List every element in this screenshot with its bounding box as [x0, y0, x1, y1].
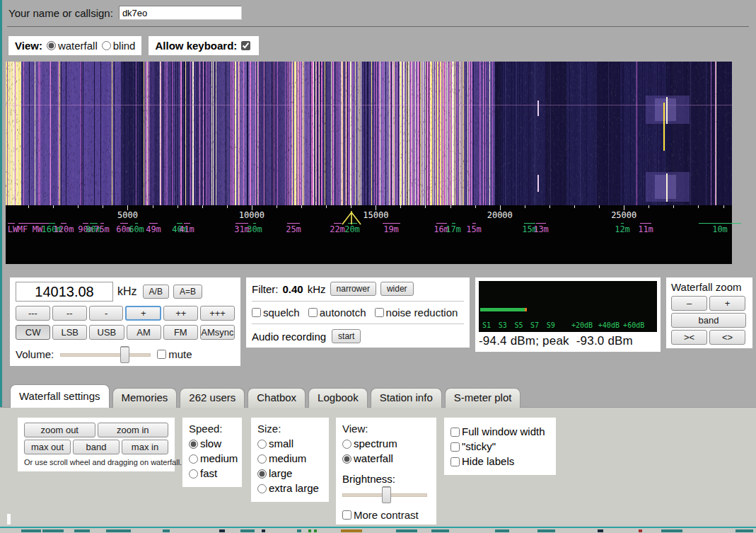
- band-label[interactable]: LW: [8, 225, 18, 234]
- band-label[interactable]: 19m: [383, 225, 399, 234]
- band-label[interactable]: 15m: [466, 225, 482, 234]
- wf-band-button[interactable]: band: [671, 313, 746, 328]
- band-label[interactable]: 10m: [712, 225, 728, 234]
- band-label[interactable]: 12m: [615, 225, 630, 234]
- tab-logbook[interactable]: Logbook: [308, 388, 368, 408]
- autonotch-checkbox[interactable]: [308, 308, 318, 317]
- mute-option[interactable]: mute: [157, 348, 192, 360]
- band-label[interactable]: 75m: [94, 225, 110, 234]
- hide-labels-checkbox[interactable]: [450, 457, 460, 466]
- more-contrast-option[interactable]: More contrast: [342, 509, 419, 521]
- band-label[interactable]: MF: [18, 225, 28, 234]
- speed-medium-option[interactable]: medium: [189, 452, 235, 464]
- smeter-scale-label: +40dB: [598, 321, 620, 329]
- hide-labels-option[interactable]: Hide labels: [450, 455, 549, 467]
- full-window-width-option[interactable]: Full window width: [450, 425, 549, 437]
- wf-widen-button[interactable]: <>: [709, 330, 745, 345]
- volume-slider[interactable]: [60, 346, 151, 362]
- mode-fm-button[interactable]: FM: [163, 325, 198, 340]
- size-medium-radio[interactable]: [257, 454, 267, 464]
- tuning-marker[interactable]: [340, 211, 363, 227]
- wf-zoom-out-button[interactable]: –: [671, 296, 707, 311]
- step-down-3-button[interactable]: ---: [16, 306, 50, 321]
- size-extra-large-radio[interactable]: [257, 484, 267, 493]
- frequency-input[interactable]: [16, 282, 113, 302]
- tab-262-users[interactable]: 262 users: [180, 388, 245, 408]
- size-medium-option[interactable]: medium: [257, 452, 322, 464]
- speed-medium-radio[interactable]: [189, 454, 198, 464]
- sticky-checkbox[interactable]: [450, 442, 460, 452]
- major-tick: [500, 205, 501, 210]
- mode-cw-button[interactable]: CW: [16, 325, 50, 340]
- view-blind-radio[interactable]: [102, 41, 111, 50]
- band-label[interactable]: 60m: [129, 225, 144, 234]
- narrower-button[interactable]: narrower: [330, 282, 376, 296]
- band-label[interactable]: 41m: [179, 225, 194, 234]
- tab-chatbox[interactable]: Chatbox: [248, 388, 306, 408]
- mode-usb-button[interactable]: USB: [89, 325, 124, 340]
- step-up-3-button[interactable]: +++: [200, 306, 235, 321]
- mute-checkbox[interactable]: [157, 350, 166, 359]
- band-label[interactable]: 120m: [54, 225, 74, 234]
- speed-slow-radio[interactable]: [189, 440, 198, 449]
- wf-zoom-in-button[interactable]: +: [709, 296, 745, 311]
- step-up-1-button[interactable]: +: [125, 306, 161, 321]
- brightness-thumb[interactable]: [382, 486, 391, 503]
- sticky-option[interactable]: "sticky": [450, 440, 549, 452]
- vfo-a-equals-b-button[interactable]: A=B: [173, 285, 202, 299]
- more-contrast-checkbox[interactable]: [342, 510, 351, 520]
- view-waterfall2-option[interactable]: waterfall: [342, 452, 430, 464]
- noise-reduction-checkbox[interactable]: [375, 308, 384, 317]
- volume-thumb[interactable]: [120, 346, 129, 363]
- squelch-option[interactable]: squelch: [252, 306, 300, 319]
- settings-zoom-out-button[interactable]: zoom out: [24, 423, 95, 437]
- speed-fast-radio[interactable]: [189, 469, 198, 478]
- speed-slow-option[interactable]: slow: [189, 437, 235, 449]
- size-large-option[interactable]: large: [257, 467, 322, 479]
- view-spectrum-option[interactable]: spectrum: [342, 437, 430, 449]
- size-large-radio[interactable]: [257, 469, 267, 478]
- wf-squeeze-button[interactable]: ><: [671, 330, 707, 345]
- size-small-option[interactable]: small: [257, 437, 322, 449]
- frequency-scale[interactable]: 500010000150002000025000LWMFMW160m120m90…: [6, 205, 732, 264]
- mode-am-button[interactable]: AM: [127, 325, 161, 340]
- view-waterfall-option[interactable]: waterfall: [47, 40, 98, 52]
- full-window-width-checkbox[interactable]: [450, 428, 460, 437]
- noise-reduction-option[interactable]: noise reduction: [375, 306, 458, 319]
- brightness-slider[interactable]: [342, 486, 427, 502]
- size-extra-large-option[interactable]: extra large: [257, 482, 322, 494]
- step-up-2-button[interactable]: ++: [163, 306, 198, 321]
- band-label[interactable]: 49m: [146, 225, 161, 234]
- band-label[interactable]: 25m: [286, 225, 301, 234]
- settings-zoom-in-button[interactable]: zoom in: [98, 423, 169, 437]
- waterfall-display[interactable]: [6, 62, 732, 205]
- speed-fast-option[interactable]: fast: [189, 467, 235, 479]
- view-blind-option[interactable]: blind: [102, 40, 136, 52]
- view-waterfall2-radio[interactable]: [342, 454, 351, 464]
- band-label[interactable]: 11m: [638, 225, 653, 234]
- band-label[interactable]: 13m: [533, 225, 549, 234]
- mode-amsync-button[interactable]: AMsync: [200, 325, 235, 340]
- autonotch-option[interactable]: autonotch: [308, 306, 366, 319]
- view-spectrum-radio[interactable]: [342, 440, 351, 449]
- step-down-2-button[interactable]: --: [52, 306, 87, 321]
- mode-lsb-button[interactable]: LSB: [52, 325, 87, 340]
- view-waterfall-radio[interactable]: [47, 41, 56, 50]
- settings-max-in-button[interactable]: max in: [122, 440, 168, 454]
- keyboard-checkbox[interactable]: [241, 41, 250, 50]
- wider-button[interactable]: wider: [380, 282, 414, 296]
- band-label[interactable]: 30m: [247, 225, 262, 234]
- tab-station-info[interactable]: Station info: [371, 388, 442, 408]
- tab-waterfall-settings[interactable]: Waterfall settings: [10, 384, 110, 408]
- step-down-1-button[interactable]: -: [89, 306, 124, 321]
- settings-band-button[interactable]: band: [73, 440, 120, 454]
- size-small-radio[interactable]: [257, 440, 267, 449]
- settings-max-out-button[interactable]: max out: [24, 440, 71, 454]
- recording-start-button[interactable]: start: [332, 329, 361, 343]
- vfo-ab-button[interactable]: A/B: [143, 285, 169, 299]
- tab-memories[interactable]: Memories: [112, 388, 178, 408]
- squelch-checkbox[interactable]: [252, 308, 261, 317]
- band-label[interactable]: 17m: [446, 225, 461, 234]
- tab-s-meter-plot[interactable]: S-meter plot: [445, 388, 521, 408]
- callsign-input[interactable]: [119, 6, 242, 20]
